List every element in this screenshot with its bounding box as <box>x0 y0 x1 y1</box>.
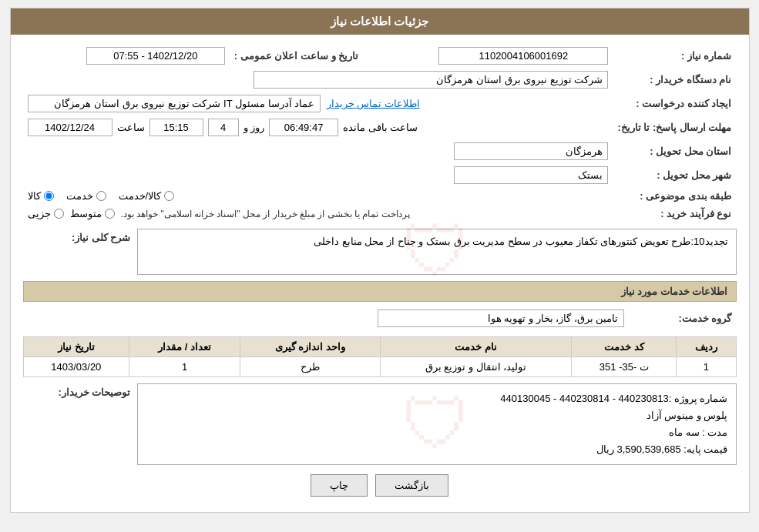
cell-name: تولید، انتقال و توزیع برق <box>380 357 572 377</box>
province-value: هرمزگان <box>23 139 613 163</box>
province-box: هرمزگان <box>454 142 608 160</box>
table-row: 1 ت -35- 351 تولید، انتقال و توزیع برق ط… <box>23 357 736 377</box>
service-group-box: تامین برق، گاز، بخار و تهویه هوا <box>378 309 624 327</box>
announce-box: 1402/12/20 - 07:55 <box>86 47 225 65</box>
deadline-remaining-label: ساعت باقی مانده <box>343 122 418 133</box>
creator-contact-link[interactable]: اطلاعات تماس خریدار <box>327 98 420 109</box>
deadline-remaining-box: 06:49:47 <box>269 119 338 136</box>
radio-mottavasset-text: متوسط <box>70 208 102 219</box>
classification-row: کالا خدمت کالا/خدمت <box>23 187 613 205</box>
radio-jozi[interactable] <box>54 209 64 219</box>
bottom-buttons: بازگشت چاپ <box>23 465 737 503</box>
city-box: بستک <box>454 166 608 184</box>
deadline-date-box: 1402/12/24 <box>28 119 113 136</box>
radio-kala-khadamat[interactable] <box>164 191 174 201</box>
print-button[interactable]: چاپ <box>311 474 368 497</box>
content-area: شماره نیاز : 1102004106001692 تاریخ و سا… <box>11 35 749 512</box>
deadline-days-box: 4 <box>208 119 239 136</box>
radio-mottavasset-label[interactable]: متوسط <box>70 208 115 219</box>
need-desc-box: 🛡 تجدید10:طرح تعویض کنتورهای تکفاز معیوب… <box>137 229 737 275</box>
buyer-desc-section: توصیحات خریدار: 🛡 شماره پروژه :440230813… <box>23 383 737 465</box>
cell-qty: 1 <box>129 357 240 377</box>
col-code: کد خدمت <box>572 337 677 357</box>
service-group-value: تامین برق، گاز، بخار و تهویه هوا <box>23 306 629 330</box>
city-value: بستک <box>23 163 613 187</box>
creator-box: عماد آدرسا مسئول IT شرکت توزیع نیروی برق… <box>28 95 321 112</box>
col-unit: واحد اندازه گیری <box>240 337 380 357</box>
page-title: جزئیات اطلاعات نیاز <box>331 15 428 28</box>
page-header: جزئیات اطلاعات نیاز <box>11 8 749 35</box>
page-container: جزئیات اطلاعات نیاز شماره نیاز : 1102004… <box>10 8 750 513</box>
buyer-desc-line3: مدت : سه ماه <box>146 424 728 441</box>
radio-kala[interactable] <box>44 191 54 201</box>
service-group-table: گروه خدمت: تامین برق، گاز، بخار و تهویه … <box>23 306 737 330</box>
purchase-type-row: جزیی متوسط پرداخت تمام یا بخشی از مبلغ خ… <box>23 205 613 223</box>
col-name: نام خدمت <box>380 337 572 357</box>
announce-label: تاریخ و ساعت اعلان عمومی : <box>230 44 363 68</box>
col-row: ردیف <box>677 337 736 357</box>
buyer-desc-line1: شماره پروژه :440230813 - 440230814 - 440… <box>146 390 728 407</box>
radio-kala-khadamat-label[interactable]: کالا/خدمت <box>119 190 175 202</box>
radio-khadamat-text: خدمت <box>66 190 93 202</box>
radio-jozi-text: جزیی <box>28 208 51 219</box>
main-info-table: شماره نیاز : 1102004106001692 تاریخ و سا… <box>23 44 737 223</box>
cell-row: 1 <box>677 357 736 377</box>
buyer-desc-line4: قیمت پایه: 3,590,539,685 ریال <box>146 441 728 458</box>
cell-unit: طرح <box>240 357 380 377</box>
buyer-desc-box: 🛡 شماره پروژه :440230813 - 440230814 - 4… <box>137 383 737 465</box>
radio-khadamat-label[interactable]: خدمت <box>66 190 106 202</box>
deadline-time-box: 15:15 <box>149 119 203 136</box>
col-date: تاریخ نیاز <box>23 337 129 357</box>
radio-kala-khadamat-text: کالا/خدمت <box>119 190 162 202</box>
need-number-value: 1102004106001692 <box>363 44 613 68</box>
creator-label: ایجاد کننده درخواست : <box>613 92 736 115</box>
deadline-days-label: روز و <box>243 122 265 133</box>
buyer-desc-label: توصیحات خریدار: <box>23 383 131 398</box>
need-desc-label: شرح کلی نیاز: <box>23 229 131 243</box>
services-table: ردیف کد خدمت نام خدمت واحد اندازه گیری ت… <box>23 336 737 377</box>
cell-code: ت -35- 351 <box>572 357 677 377</box>
col-qty: تعداد / مقدار <box>129 337 240 357</box>
deadline-label: مهلت ارسال پاسخ: تا تاریخ: <box>613 115 736 139</box>
province-label: استان محل تحویل : <box>613 139 736 163</box>
need-number-label: شماره نیاز : <box>613 44 736 68</box>
need-desc-text: تجدید10:طرح تعویض کنتورهای تکفاز معیوب د… <box>314 236 727 247</box>
service-group-label: گروه خدمت: <box>629 306 737 330</box>
radio-mottavasset[interactable] <box>105 209 115 219</box>
buyer-org-box: شرکت توزیع نیروی برق استان هرمزگان <box>254 71 608 89</box>
radio-kala-label[interactable]: کالا <box>28 190 54 202</box>
back-button[interactable]: بازگشت <box>375 474 448 497</box>
need-number-box: 1102004106001692 <box>438 47 608 65</box>
announce-value: 1402/12/20 - 07:55 <box>23 44 230 68</box>
purchase-type-label: نوع فرآیند خرید : <box>613 205 736 223</box>
radio-khadamat[interactable] <box>96 191 106 201</box>
watermark-shield: 🛡 <box>402 212 472 292</box>
creator-value: عماد آدرسا مسئول IT شرکت توزیع نیروی برق… <box>23 92 613 115</box>
buyer-desc-line2: پلوس و مینوس آزاد <box>146 407 728 424</box>
city-label: شهر محل تحویل : <box>613 163 736 187</box>
deadline-row: 1402/12/24 ساعت 15:15 4 روز و 06:49:47 س… <box>23 115 613 139</box>
need-desc-section: شرح کلی نیاز: 🛡 تجدید10:طرح تعویض کنتوره… <box>23 229 737 275</box>
classification-label: طبقه بندی موضوعی : <box>613 187 736 205</box>
buyer-org-value: شرکت توزیع نیروی برق استان هرمزگان <box>23 68 613 92</box>
radio-jozi-label[interactable]: جزیی <box>28 208 64 219</box>
buyer-org-label: نام دستگاه خریدار : <box>613 68 736 92</box>
cell-date: 1403/03/20 <box>23 357 129 377</box>
purchase-type-note: پرداخت تمام یا بخشی از مبلغ خریدار از مح… <box>121 209 410 219</box>
services-section-header: اطلاعات خدمات مورد نیاز <box>23 281 737 302</box>
radio-kala-text: کالا <box>28 190 41 202</box>
deadline-time-label: ساعت <box>117 122 145 133</box>
